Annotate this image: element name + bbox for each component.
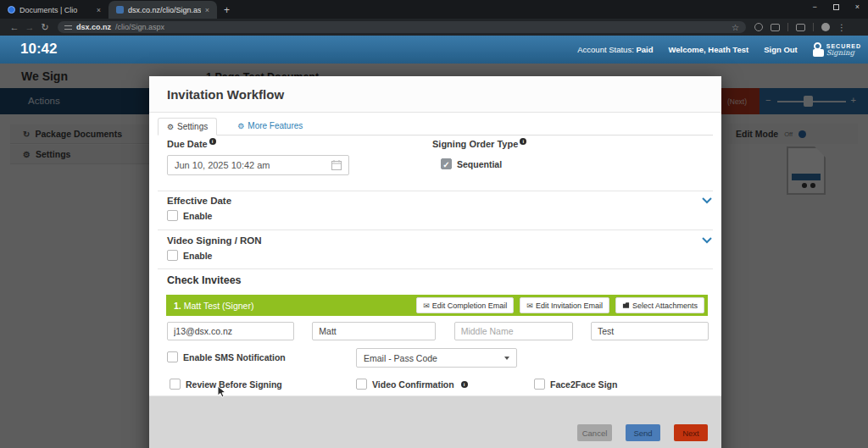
new-tab-icon[interactable]: + xyxy=(224,4,230,16)
next-button[interactable]: Next xyxy=(674,424,708,441)
sequential-label: Sequential xyxy=(457,159,502,169)
modal-title: Invitation Workflow xyxy=(167,87,284,102)
section-divider xyxy=(158,268,713,269)
sequential-option: ✓ Sequential xyxy=(441,158,502,169)
authentication-select[interactable]: Email - Pass Code xyxy=(356,348,517,368)
review-before-signing-checkbox[interactable] xyxy=(170,379,181,390)
calendar-icon[interactable] xyxy=(331,160,342,170)
info-icon[interactable]: i xyxy=(209,138,216,145)
enable-label: Enable xyxy=(183,211,212,221)
site-settings-icon[interactable] xyxy=(64,25,72,30)
last-name-field[interactable] xyxy=(591,322,709,340)
info-icon[interactable]: i xyxy=(461,381,468,388)
email-field[interactable] xyxy=(167,322,294,340)
bookmark-star-icon[interactable]: ☆ xyxy=(732,23,739,32)
attachment-icon xyxy=(622,301,630,309)
dsx-favicon xyxy=(116,6,124,14)
face2face-sign-checkbox[interactable] xyxy=(534,379,545,390)
sequential-checkbox[interactable]: ✓ xyxy=(441,158,452,169)
invitee-fields xyxy=(167,322,709,340)
tab-title: Documents | Clio xyxy=(19,6,92,14)
brand-script: Signing xyxy=(826,49,861,57)
tab-more-features[interactable]: ⚙ More Features xyxy=(229,117,311,135)
padlock-icon xyxy=(813,42,824,57)
video-confirmation-option: Video Confirmation i xyxy=(356,379,468,390)
effective-date-enable-checkbox[interactable] xyxy=(167,210,178,221)
signing-order-type-label: Signing Order Typei xyxy=(432,138,526,149)
extensions-icon[interactable] xyxy=(771,24,780,31)
enable-label: Enable xyxy=(183,251,212,261)
browser-tabstrip: Documents | Clio × dsx.co.nz/clio/Sign.a… xyxy=(0,0,868,19)
video-signing-enable: Enable xyxy=(167,250,212,261)
tab-close-icon[interactable]: × xyxy=(97,6,101,14)
window-maximize-icon[interactable] xyxy=(833,4,839,10)
gear-icon: ⚙ xyxy=(167,123,174,131)
send-button[interactable]: Send xyxy=(626,424,660,441)
invitee-name: 1.Matt Test (Signer) xyxy=(174,301,253,311)
video-confirmation-checkbox[interactable] xyxy=(356,379,367,390)
welcome-user: Welcome, Heath Test xyxy=(669,45,749,54)
video-signing-enable-checkbox[interactable] xyxy=(167,250,178,261)
modal-header: Invitation Workflow xyxy=(149,76,721,113)
account-status-value: Paid xyxy=(636,45,653,54)
clock-time: 10:42 xyxy=(20,41,57,58)
tab-documents-clio[interactable]: Documents | Clio × xyxy=(0,1,108,19)
account-status: Account Status: Paid xyxy=(577,45,653,54)
modal-tabs: ⚙ Settings ⚙ More Features xyxy=(158,118,713,136)
effective-date-title: Effective Date xyxy=(167,196,231,206)
tab-label: Settings xyxy=(177,122,208,131)
sms-label: Enable SMS Notification xyxy=(183,352,286,362)
due-date-value: Jun 10, 2025 10:42 am xyxy=(175,160,270,170)
reload-icon[interactable]: ↻ xyxy=(37,22,53,33)
window-close-icon[interactable]: × xyxy=(855,3,860,11)
invitation-workflow-modal: Invitation Workflow ⚙ Settings ⚙ More Fe… xyxy=(149,76,721,448)
due-date-input[interactable]: Jun 10, 2025 10:42 am xyxy=(167,155,349,175)
select-attachments-button[interactable]: Select Attachments xyxy=(615,297,704,313)
browser-menu-icon[interactable]: ⋮ xyxy=(837,23,846,32)
tab-close-icon[interactable]: × xyxy=(205,6,209,14)
sms-notification-option: Enable SMS Notification xyxy=(167,351,286,362)
address-bar[interactable]: dsx.co.nz /clio/Sign.aspx ☆ xyxy=(58,21,746,33)
first-name-field[interactable] xyxy=(312,322,436,340)
video-signing-title: Video Signing / RON xyxy=(167,235,262,246)
tab-sign-aspx[interactable]: dsx.co.nz/clio/Sign.aspx × xyxy=(108,1,217,19)
info-icon[interactable]: i xyxy=(520,138,526,145)
auth-method-value: Email - Pass Code xyxy=(364,353,437,363)
middle-name-field[interactable] xyxy=(454,322,573,340)
window-minimize-icon[interactable]: − xyxy=(812,3,816,11)
toolbar-divider xyxy=(787,23,788,31)
forward-icon[interactable]: → xyxy=(22,22,37,32)
caret-down-icon xyxy=(504,357,509,360)
edit-completion-email-button[interactable]: ✉ Edit Completion Email xyxy=(416,297,514,313)
browser-toolbar: ← → ↻ dsx.co.nz /clio/Sign.aspx ☆ ⋮ xyxy=(0,19,868,36)
chevron-down-icon[interactable] xyxy=(702,197,712,204)
section-divider xyxy=(158,230,713,230)
clio-favicon xyxy=(8,6,15,14)
check-invitees-heading: Check Invitees xyxy=(167,274,242,286)
sign-out-link[interactable]: Sign Out xyxy=(764,45,798,54)
tab-label: More Features xyxy=(248,121,303,130)
face2face-sign-option: Face2Face Sign xyxy=(534,379,617,390)
tab-settings[interactable]: ⚙ Settings xyxy=(158,118,217,136)
browser-extension-icon[interactable] xyxy=(754,23,763,31)
section-divider xyxy=(158,191,713,191)
due-date-label: Due Datei xyxy=(167,138,216,149)
chevron-down-icon[interactable] xyxy=(702,237,712,244)
tab-title: dsx.co.nz/clio/Sign.aspx xyxy=(128,6,201,14)
sms-notification-checkbox[interactable] xyxy=(167,351,178,362)
workspace-icon[interactable] xyxy=(796,24,805,31)
profile-avatar-icon[interactable] xyxy=(821,23,830,31)
modal-footer: Cancel Send Next xyxy=(149,396,721,448)
envelope-icon: ✉ xyxy=(423,301,430,310)
secured-signing-logo: SECURED Signing xyxy=(813,42,861,57)
mouse-cursor xyxy=(217,385,226,398)
cancel-button[interactable]: Cancel xyxy=(577,424,612,441)
envelope-icon: ✉ xyxy=(526,301,533,310)
back-icon[interactable]: ← xyxy=(7,22,22,32)
url-domain: dsx.co.nz xyxy=(76,23,111,31)
account-status-label: Account Status: xyxy=(577,45,634,54)
toolbar-divider xyxy=(813,23,814,31)
edit-invitation-email-button[interactable]: ✉ Edit Invitation Email xyxy=(520,297,609,313)
app-header: 10:42 Account Status: Paid Welcome, Heat… xyxy=(0,36,868,64)
invitee-row: 1.Matt Test (Signer) ✉ Edit Completion E… xyxy=(166,295,708,316)
